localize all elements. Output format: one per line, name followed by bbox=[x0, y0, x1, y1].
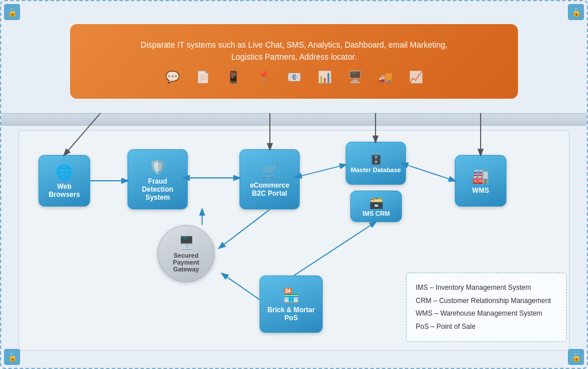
legend-item-wms: WMS – Warehouse Management System bbox=[416, 307, 557, 320]
legend-item-crm: CRM – Customer Relationship Management bbox=[416, 294, 557, 308]
brick-mortar-icon: 🏪 bbox=[283, 288, 300, 304]
chat-icon: 💬 bbox=[165, 70, 180, 84]
banner-icons: 💬 📄 📱 📍 📧 📊 🖥️ 🚚 📈 bbox=[165, 70, 423, 84]
ecommerce-node: 🛒 eCommerce B2C Portal bbox=[239, 149, 300, 209]
mobile-icon: 📱 bbox=[226, 70, 241, 84]
fraud-detection-node: 🛡️ Fraud Detection System bbox=[127, 149, 188, 209]
legend-item-ims: IMS – Inventory Management System bbox=[416, 281, 557, 294]
divider-bar bbox=[1, 113, 587, 126]
doc-icon: 📄 bbox=[196, 70, 210, 84]
wms-node: 🏭 WMS bbox=[455, 155, 506, 207]
corner-lock-tr: 🔒 bbox=[568, 4, 584, 20]
wms-label: WMS bbox=[472, 187, 489, 195]
ecommerce-icon: 🛒 bbox=[261, 163, 278, 179]
web-browsers-icon: 🌐 bbox=[56, 164, 73, 180]
ims-crm-icon: 🗃️ bbox=[369, 196, 384, 209]
secured-payment-node: 🖥️ Secured Payment Gateway bbox=[157, 225, 215, 282]
ecommerce-label: eCommerce B2C Portal bbox=[243, 181, 296, 197]
brick-mortar-node: 🏪 Brick & Mortar PoS bbox=[260, 275, 323, 333]
fraud-detection-label: Fraud Detection System bbox=[131, 177, 184, 201]
master-database-label: Master Database bbox=[351, 166, 401, 173]
monitor-icon: 🖥️ bbox=[348, 70, 362, 84]
corner-lock-tl: 🔒 bbox=[4, 4, 20, 20]
corner-lock-bl: 🔒 bbox=[4, 349, 20, 365]
analytics-icon: 📊 bbox=[318, 70, 332, 84]
web-browsers-label: Web Browsers bbox=[42, 182, 86, 199]
wms-icon: 🏭 bbox=[472, 168, 489, 184]
master-database-node: 🗄️ Master Database bbox=[346, 142, 406, 185]
ims-crm-node: 🗃️ IMS CRM bbox=[350, 191, 402, 222]
truck-icon: 🚚 bbox=[378, 70, 393, 84]
legend-item-pos: PoS – Point of Sale bbox=[416, 320, 557, 333]
master-db-icon: 🗄️ bbox=[370, 154, 382, 165]
fraud-detection-icon: 🛡️ bbox=[149, 159, 167, 175]
brick-mortar-label: Brick & Mortar PoS bbox=[264, 306, 319, 322]
legend-box: IMS – Inventory Management System CRM – … bbox=[406, 273, 567, 342]
payment-icon: 🖥️ bbox=[179, 235, 194, 250]
chart-icon: 📈 bbox=[409, 70, 423, 84]
ims-crm-label: IMS CRM bbox=[362, 210, 390, 217]
email-icon: 📧 bbox=[287, 70, 301, 84]
banner-text: Disparate IT systems such as Live Chat, … bbox=[141, 39, 447, 63]
location-icon: 📍 bbox=[257, 70, 271, 84]
secured-payment-label: Secured Payment Gateway bbox=[161, 252, 211, 273]
top-banner: Disparate IT systems such as Live Chat, … bbox=[70, 24, 518, 99]
main-container: 🔒 🔒 🔒 🔒 Disparate IT systems such as Liv… bbox=[0, 0, 588, 369]
corner-lock-br: 🔒 bbox=[568, 349, 584, 365]
web-browsers-node: 🌐 Web Browsers bbox=[38, 155, 90, 207]
